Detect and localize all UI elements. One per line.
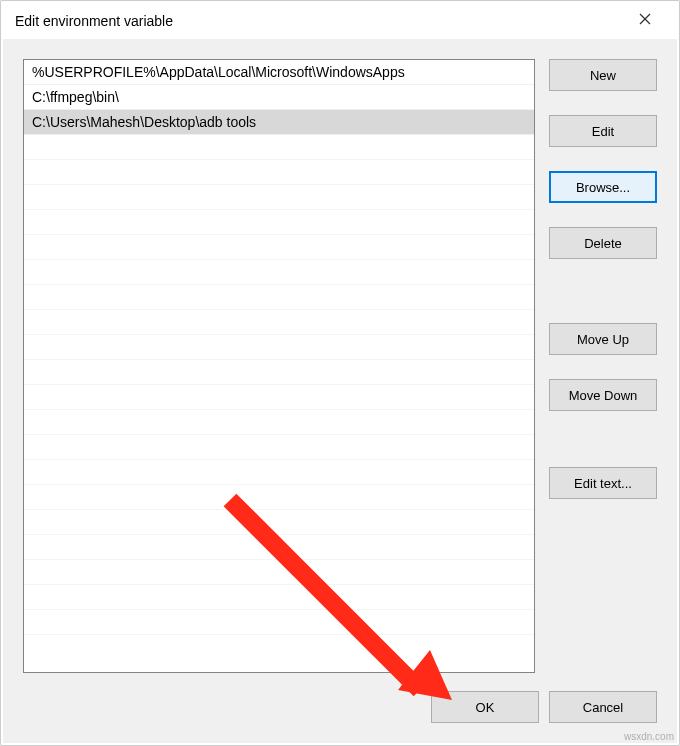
path-list-empty-row xyxy=(24,285,534,310)
path-list-empty-row xyxy=(24,135,534,160)
path-listbox[interactable]: %USERPROFILE%\AppData\Local\Microsoft\Wi… xyxy=(23,59,535,673)
path-list-empty-row xyxy=(24,535,534,560)
dialog-window: Edit environment variable %USERPROFILE%\… xyxy=(0,0,680,746)
path-list-empty-row xyxy=(24,310,534,335)
path-list-empty-row xyxy=(24,585,534,610)
edit-button[interactable]: Edit xyxy=(549,115,657,147)
path-list-empty-row xyxy=(24,560,534,585)
edit-text-button[interactable]: Edit text... xyxy=(549,467,657,499)
close-icon xyxy=(639,11,651,29)
delete-button[interactable]: Delete xyxy=(549,227,657,259)
cancel-button[interactable]: Cancel xyxy=(549,691,657,723)
path-list-empty-row xyxy=(24,335,534,360)
path-list-empty-row xyxy=(24,160,534,185)
path-list-empty-row xyxy=(24,435,534,460)
path-list-item[interactable]: %USERPROFILE%\AppData\Local\Microsoft\Wi… xyxy=(24,60,534,85)
path-list-empty-row xyxy=(24,410,534,435)
path-list-empty-row xyxy=(24,360,534,385)
path-list-empty-row xyxy=(24,260,534,285)
path-list-empty-row xyxy=(24,485,534,510)
path-list-empty-row xyxy=(24,385,534,410)
window-title: Edit environment variable xyxy=(15,11,173,29)
path-list-empty-row xyxy=(24,185,534,210)
dialog-content: %USERPROFILE%\AppData\Local\Microsoft\Wi… xyxy=(3,39,677,743)
watermark: wsxdn.com xyxy=(624,731,674,742)
path-list-empty-row xyxy=(24,210,534,235)
path-list-empty-row xyxy=(24,460,534,485)
move-up-button[interactable]: Move Up xyxy=(549,323,657,355)
close-button[interactable] xyxy=(625,5,665,35)
titlebar: Edit environment variable xyxy=(1,1,679,39)
main-row: %USERPROFILE%\AppData\Local\Microsoft\Wi… xyxy=(23,59,657,673)
move-down-button[interactable]: Move Down xyxy=(549,379,657,411)
dialog-footer: OK Cancel xyxy=(23,673,657,723)
browse-button[interactable]: Browse... xyxy=(549,171,657,203)
path-list-empty-row xyxy=(24,510,534,535)
new-button[interactable]: New xyxy=(549,59,657,91)
path-list-item[interactable]: C:\ffmpeg\bin\ xyxy=(24,85,534,110)
side-buttons: New Edit Browse... Delete Move Up Move D… xyxy=(549,59,657,673)
path-list-item[interactable]: C:\Users\Mahesh\Desktop\adb tools xyxy=(24,110,534,135)
path-list-empty-row xyxy=(24,235,534,260)
path-list-empty-row xyxy=(24,610,534,635)
ok-button[interactable]: OK xyxy=(431,691,539,723)
